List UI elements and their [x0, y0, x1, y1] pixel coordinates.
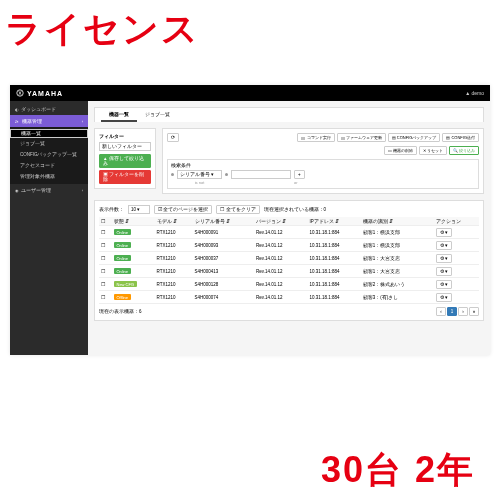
status-badge: Online: [114, 268, 132, 274]
table-row[interactable]: ☐OnlineRTX1210S4H000413Rev.14.01.1210.31…: [99, 265, 479, 278]
selection-count-label: 現在選択されている機器：0: [264, 207, 327, 212]
cell-label: 顧客1：大宮支店: [361, 265, 434, 278]
cell-serial: S4H000091: [193, 226, 254, 239]
chevron-left-icon: ‹: [82, 119, 83, 124]
cell-version: Rev.14.01.12: [254, 226, 308, 239]
col-model[interactable]: モデル ⇵: [155, 217, 193, 226]
cell-serial: S4H000093: [193, 239, 254, 252]
select-all-button[interactable]: ☑ 全てのページを選択: [154, 205, 212, 214]
cell-serial: S4H000037: [193, 252, 254, 265]
col-ip[interactable]: IPアドレス ⇵: [308, 217, 361, 226]
cell-model: RTX1210: [155, 239, 193, 252]
sidebar-item-device-list[interactable]: 機器一覧: [10, 129, 88, 138]
cell-label: 顧客3：(有)さし: [361, 291, 434, 304]
table-card: 表示件数： 10 ▾ ☑ 全てのページを選択 ☐ 全てをクリア 現在選択されてい…: [94, 200, 484, 321]
link-icon: ⛭: [15, 119, 19, 124]
deregister-button[interactable]: ▭ 機器の削除: [384, 146, 417, 155]
col-label[interactable]: 機器の識別 ⇵: [361, 217, 434, 226]
row-checkbox[interactable]: ☐: [99, 239, 112, 252]
table-row[interactable]: ☐OnlineRTX1210S4H000093Rev.14.01.1210.31…: [99, 239, 479, 252]
cell-model: RTX1210: [155, 291, 193, 304]
row-action-button[interactable]: ⚙ ▾: [436, 267, 452, 276]
cell-serial: S4H000413: [193, 265, 254, 278]
col-version[interactable]: バージョン ⇵: [254, 217, 308, 226]
row-checkbox[interactable]: ☐: [99, 226, 112, 239]
cond-op-label: is not: [177, 180, 222, 185]
pager-page-1[interactable]: 1: [447, 307, 457, 316]
filter-select[interactable]: 新しいフィルター: [99, 142, 151, 151]
pager-next[interactable]: ›: [458, 307, 468, 316]
per-page-select[interactable]: 10 ▾: [128, 205, 150, 214]
cell-version: Rev.14.01.12: [254, 265, 308, 278]
cell-label: 顧客1：大宮支店: [361, 252, 434, 265]
sidebar-item-device-mgmt[interactable]: ⛭機器管理‹: [10, 115, 88, 127]
app-window: YAMAHA ▲ demo ◐ダッシュボード ⛭機器管理‹ 機器一覧 ジョブ一覧…: [10, 85, 490, 355]
sidebar-item-jobs[interactable]: ジョブ一覧: [10, 138, 88, 149]
sidebar-item-excluded[interactable]: 管理対象外機器: [10, 171, 88, 182]
filter-delete-button[interactable]: ▣ フィルターを削除: [99, 170, 151, 184]
brand-logo: YAMAHA: [16, 89, 63, 97]
row-action-button[interactable]: ⚙ ▾: [436, 228, 452, 237]
cond-add-button[interactable]: +: [294, 170, 305, 179]
sidebar-item-config-backup[interactable]: CONFIGバックアップ一覧: [10, 149, 88, 160]
sidebar-submenu: 機器一覧 ジョブ一覧 CONFIGバックアップ一覧 アクセスコード 管理対象外機…: [10, 127, 88, 184]
row-action-button[interactable]: ⚙ ▾: [436, 254, 452, 263]
tuning-fork-icon: [16, 89, 24, 97]
topbar: YAMAHA ▲ demo: [10, 85, 490, 101]
row-checkbox[interactable]: ☐: [99, 252, 112, 265]
per-page-label: 表示件数：: [99, 207, 124, 212]
dot-icon: [225, 173, 228, 176]
gauge-icon: ◐: [15, 107, 18, 112]
device-table: ☐ 状態 ⇵ モデル ⇵ シリアル番号 ⇵ バージョン ⇵ IPアドレス ⇵ 機…: [99, 217, 479, 304]
apply-filter-button[interactable]: 🔍 絞り込み: [449, 146, 479, 155]
cell-version: Rev.14.01.12: [254, 252, 308, 265]
cell-serial: S4H000128: [193, 278, 254, 291]
pager-prev[interactable]: ‹: [436, 307, 446, 316]
row-action-button[interactable]: ⚙ ▾: [436, 293, 452, 302]
sidebar-item-user-mgmt[interactable]: ◉ユーザー管理‹: [10, 184, 88, 196]
cfg-send-button[interactable]: ▤ CONFIG送付: [442, 133, 479, 142]
sidebar-item-dashboard[interactable]: ◐ダッシュボード: [10, 103, 88, 115]
col-checkbox[interactable]: ☐: [99, 217, 112, 226]
fw-button[interactable]: ▤ ファームウェア更新: [337, 133, 386, 142]
pager-last[interactable]: »: [469, 307, 479, 316]
filter-save-button[interactable]: ▲ 保存して絞り込み: [99, 154, 151, 168]
row-checkbox[interactable]: ☐: [99, 278, 112, 291]
cell-version: Rev.14.01.12: [254, 278, 308, 291]
user-icon: ◉: [15, 188, 18, 193]
chevron-left-icon: ‹: [82, 188, 83, 193]
status-badge: New CFG: [114, 281, 138, 287]
cell-label: 顧客2：株式あいう: [361, 278, 434, 291]
refresh-button[interactable]: ⟳: [167, 133, 179, 142]
status-badge: Online: [114, 255, 132, 261]
overlay-title-top: ライセンス: [5, 5, 200, 54]
tab-devices[interactable]: 機器一覧: [101, 108, 137, 122]
cond-field-select[interactable]: シリアル番号 ▾: [177, 170, 222, 179]
reset-button[interactable]: ✕ リセット: [419, 146, 447, 155]
clear-selection-button[interactable]: ☐ 全てをクリア: [216, 205, 259, 214]
sidebar-item-access-code[interactable]: アクセスコード: [10, 160, 88, 171]
cond-value-input[interactable]: [231, 170, 291, 179]
status-badge: Online: [114, 242, 132, 248]
search-conditions: 検索条件 シリアル番号 ▾ + is not or: [167, 159, 479, 189]
conditions-title: 検索条件: [171, 163, 475, 168]
filter-panel: フィルター 新しいフィルター ▲ 保存して絞り込み ▣ フィルターを削除: [94, 128, 156, 189]
col-status[interactable]: 状態 ⇵: [112, 217, 155, 226]
table-row[interactable]: ☐OnlineRTX1210S4H000037Rev.14.01.1210.31…: [99, 252, 479, 265]
row-checkbox[interactable]: ☐: [99, 265, 112, 278]
cmd-button[interactable]: ▤ コマンド実行: [297, 133, 334, 142]
row-checkbox[interactable]: ☐: [99, 291, 112, 304]
cell-ip: 10.31.18.1:884: [308, 291, 361, 304]
cell-ip: 10.31.18.1:884: [308, 226, 361, 239]
col-serial[interactable]: シリアル番号 ⇵: [193, 217, 254, 226]
table-row[interactable]: ☐New CFGRTX1210S4H000128Rev.14.01.1210.3…: [99, 278, 479, 291]
row-action-button[interactable]: ⚙ ▾: [436, 241, 452, 250]
tab-jobs[interactable]: ジョブ一覧: [137, 108, 178, 122]
actions-panel: ⟳ ▤ コマンド実行 ▤ ファームウェア更新 ▤ CONFIGバックアップ ▤ …: [162, 128, 484, 194]
tab-bar: 機器一覧 ジョブ一覧: [94, 107, 484, 122]
cfg-backup-button[interactable]: ▤ CONFIGバックアップ: [388, 133, 441, 142]
user-menu[interactable]: ▲ demo: [465, 90, 484, 96]
table-row[interactable]: ☐OnlineRTX1210S4H000091Rev.14.01.1210.31…: [99, 226, 479, 239]
table-row[interactable]: ☐OfflineRTX1210S4H000074Rev.14.01.1210.3…: [99, 291, 479, 304]
row-action-button[interactable]: ⚙ ▾: [436, 280, 452, 289]
